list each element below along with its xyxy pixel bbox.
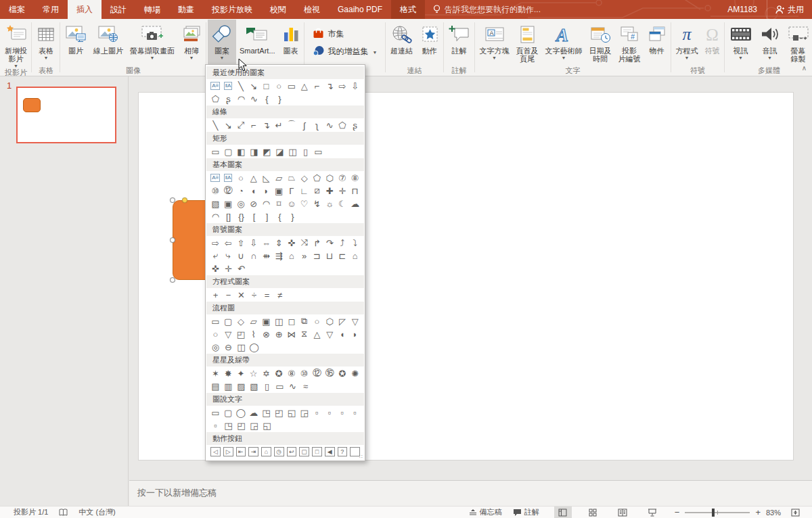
shape-cell[interactable]: ▫ xyxy=(336,406,349,419)
shape-cell[interactable]: ☁ xyxy=(247,406,260,419)
slide-sorter-view-button[interactable] xyxy=(584,507,602,518)
shape-cell[interactable]: ⤷ xyxy=(222,250,235,262)
zoom-level[interactable]: 83% xyxy=(761,509,786,517)
shape-cell[interactable]: ▱ xyxy=(273,172,286,184)
shape-cell[interactable]: ◲ xyxy=(248,419,261,431)
shape-cell[interactable]: ◖ xyxy=(247,185,260,197)
tab-animations[interactable]: 動畫 xyxy=(169,0,203,19)
shape-cell[interactable]: ∿ xyxy=(248,93,261,105)
shape-cell[interactable]: } xyxy=(286,210,299,222)
date-time-button[interactable]: 日期及時間 xyxy=(586,20,615,66)
shape-cell[interactable]: ⤴ xyxy=(336,237,349,249)
shape-cell[interactable]: ▫ xyxy=(209,419,222,431)
shape-cell[interactable]: ⊘ xyxy=(247,197,260,210)
shape-cell[interactable]: ⧄ xyxy=(311,185,323,197)
shape-cell[interactable]: ◎ xyxy=(235,197,248,210)
slide-number-button[interactable]: #投影片編號 xyxy=(615,20,644,66)
shape-cell[interactable]: ⊖ xyxy=(222,341,235,353)
shape-cell[interactable]: ‖A xyxy=(222,80,235,92)
shape-cell[interactable]: ↯ xyxy=(311,197,323,210)
shape-cell[interactable]: ▫ xyxy=(323,406,336,419)
shape-cell[interactable]: □ xyxy=(260,80,273,92)
text-box-button[interactable]: A文字方塊▼ xyxy=(476,20,513,66)
shape-cell[interactable]: ⇔ xyxy=(260,237,273,249)
shape-cell[interactable]: ⇨ xyxy=(336,80,349,92)
shape-cell[interactable]: ∪ xyxy=(235,250,248,262)
shape-cell[interactable]: ≈ xyxy=(299,380,312,392)
shape-cell[interactable]: ✦ xyxy=(235,367,248,379)
shape-cell[interactable]: ⊏ xyxy=(336,250,349,262)
shape-cell[interactable]: ⌑ xyxy=(273,197,286,210)
shape-cell[interactable]: A≡ xyxy=(209,80,222,92)
shape-cell[interactable]: ʂ xyxy=(222,93,235,105)
shape-cell[interactable]: ⑩ xyxy=(298,367,311,379)
shape-cell[interactable]: ‖A xyxy=(222,172,235,184)
shape-cell[interactable]: ⑩ xyxy=(209,185,222,197)
audio-button[interactable]: 音訊▼ xyxy=(756,20,784,66)
shape-cell[interactable]: ] xyxy=(261,210,273,222)
shape-cell[interactable]: ◫ xyxy=(273,315,286,327)
shape-cell[interactable]: ▽ xyxy=(323,328,336,340)
shape-cell[interactable]: ✪ xyxy=(273,367,286,379)
pictures-button[interactable]: 圖片 xyxy=(62,20,90,66)
shape-cell[interactable]: ↱ xyxy=(311,237,323,249)
shape-cell[interactable]: ▯ xyxy=(299,145,312,158)
shape-cell[interactable]: ▽ xyxy=(222,328,235,340)
action-button[interactable]: 動作 xyxy=(417,20,443,66)
photo-album-button[interactable]: 相簿▼ xyxy=(178,20,205,66)
shape-cell[interactable]: ◁ xyxy=(210,447,221,456)
shape-cell[interactable]: ◱ xyxy=(286,406,298,419)
shape-cell[interactable]: ⬡ xyxy=(323,315,336,327)
shape-cell[interactable]: ↴ xyxy=(323,80,336,92)
shape-cell[interactable]: ⊐ xyxy=(311,250,323,262)
shape-cell[interactable]: ◸ xyxy=(336,315,349,327)
notes-pane[interactable]: 按一下以新增備忘稿 xyxy=(129,480,812,506)
normal-view-button[interactable] xyxy=(554,507,572,518)
shape-cell[interactable]: ↷ xyxy=(323,237,336,249)
shape-cell[interactable]: ◳ xyxy=(222,419,235,431)
shape-cell[interactable]: ◧ xyxy=(235,145,248,158)
shape-cell[interactable]: ◺ xyxy=(260,172,273,184)
shape-cell[interactable]: ☆ xyxy=(247,367,260,379)
shape-cell[interactable]: ☁ xyxy=(348,197,361,210)
tab-home[interactable]: 常用 xyxy=(34,0,68,19)
shape-cell[interactable]: ◪ xyxy=(273,145,286,158)
shape-cell[interactable]: ○ xyxy=(311,315,323,327)
shape-cell[interactable]: ✜ xyxy=(209,262,222,275)
shape-cell[interactable]: ▭ xyxy=(209,406,222,419)
shape-cell[interactable]: ↵ xyxy=(273,119,286,131)
shape-cell[interactable]: ▽ xyxy=(348,315,361,327)
shape-cell[interactable]: { xyxy=(261,93,273,105)
shape-cell[interactable]: ⏢ xyxy=(286,172,298,184)
shape-cell[interactable]: = xyxy=(261,289,273,301)
tab-review[interactable]: 校閱 xyxy=(261,0,295,19)
shape-cell[interactable]: ✕ xyxy=(235,289,248,301)
shape-cell[interactable]: ↩ xyxy=(287,447,297,456)
shape-cell[interactable]: ▯ xyxy=(261,380,273,392)
shape-cell[interactable]: ◯ xyxy=(235,406,248,419)
shape-cell[interactable]: ◫ xyxy=(286,145,299,158)
shape-cell[interactable]: ☼ xyxy=(323,197,336,210)
shape-cell[interactable]: ↘ xyxy=(247,80,260,92)
shape-cell[interactable]: ∿ xyxy=(323,119,336,131)
comment-button[interactable]: 註解 xyxy=(445,20,474,66)
shape-cell[interactable]: ▷ xyxy=(223,447,233,456)
shape-cell[interactable]: ✚ xyxy=(323,185,336,197)
tab-file[interactable]: 檔案 xyxy=(0,0,34,19)
shape-cell[interactable]: ✜ xyxy=(286,237,298,249)
shape-cell[interactable]: △ xyxy=(247,172,260,184)
shape-cell[interactable]: ▢ xyxy=(222,315,235,327)
chart-button[interactable]: 圖表 xyxy=(279,20,303,66)
my-add-ins-button[interactable]: 我的增益集▼ xyxy=(313,45,378,58)
shape-cell[interactable]: ◇ xyxy=(235,315,248,327)
shape-cell[interactable]: ⇩ xyxy=(348,80,361,92)
shape-cell[interactable]: ◷ xyxy=(274,447,284,456)
shape-cell[interactable]: ✛ xyxy=(336,185,349,197)
shape-cell[interactable]: ○ xyxy=(273,80,286,92)
collapse-ribbon-icon[interactable]: ∧ xyxy=(802,64,807,72)
shape-cell[interactable]: ◰ xyxy=(235,419,248,431)
shape-cell[interactable]: ⑧ xyxy=(286,367,298,379)
shape-cell[interactable]: ⋈ xyxy=(286,328,298,340)
shape-cell[interactable]: ▭ xyxy=(312,145,325,158)
shape-cell[interactable]: ▫ xyxy=(348,406,361,419)
